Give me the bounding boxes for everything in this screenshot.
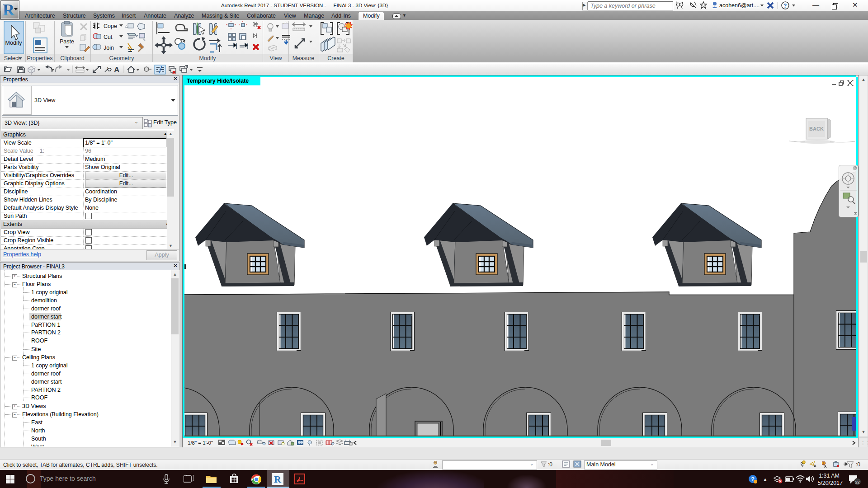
svg-text:acohen6@art....: acohen6@art.... — [719, 2, 760, 9]
svg-text:Cut: Cut — [104, 34, 113, 40]
svg-text:Select: Select — [4, 55, 20, 61]
svg-text:Modify: Modify — [199, 55, 217, 61]
svg-text:22: 22 — [855, 480, 860, 484]
svg-text:BACK: BACK — [809, 126, 824, 131]
svg-text:Geometry: Geometry — [109, 55, 135, 61]
svg-text:Paste: Paste — [60, 38, 74, 45]
svg-text:1: 1 — [107, 67, 108, 70]
svg-text:1/8" = 1'-0": 1/8" = 1'-0" — [188, 440, 213, 446]
svg-text:Properties: Properties — [27, 55, 53, 61]
svg-text:View: View — [270, 55, 283, 61]
svg-text:Cope: Cope — [104, 23, 117, 29]
svg-text:R: R — [3, 1, 15, 19]
svg-text:Create: Create — [327, 55, 344, 61]
svg-text:Modify: Modify — [5, 40, 23, 46]
svg-text:A: A — [114, 66, 119, 74]
svg-text:Measure: Measure — [292, 55, 315, 61]
svg-text:Clipboard: Clipboard — [60, 55, 85, 61]
svg-text:?: ? — [783, 3, 787, 9]
svg-text:Join: Join — [104, 45, 114, 51]
